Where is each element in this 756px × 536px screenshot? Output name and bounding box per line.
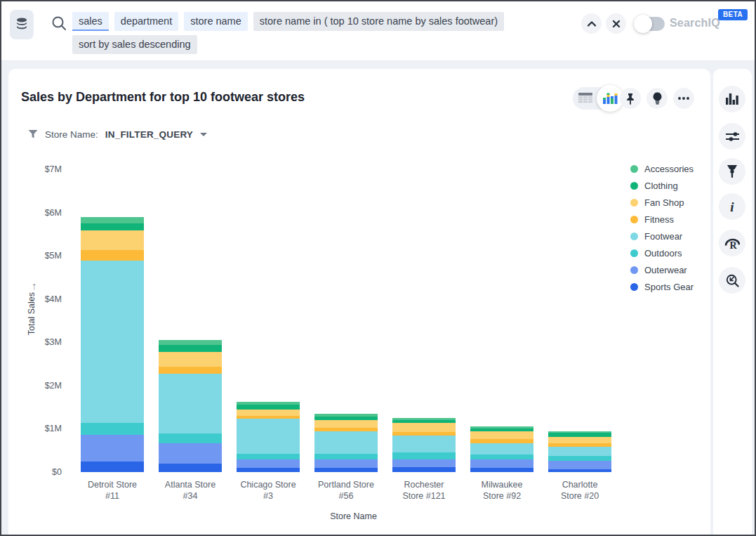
y-tick-label: $6M — [8, 208, 62, 218]
legend-item[interactable]: Sports Gear — [630, 282, 694, 292]
right-toolbar: i R — [713, 69, 752, 535]
bar-segment[interactable] — [81, 217, 144, 223]
collapse-search-button[interactable] — [581, 13, 602, 34]
bar-segment[interactable] — [237, 410, 300, 416]
filter-label: Store Name: — [45, 129, 98, 140]
bar-segment[interactable] — [470, 455, 533, 459]
bar-segment[interactable] — [159, 464, 222, 472]
chart-view-icon — [602, 91, 618, 105]
bar-segment[interactable] — [470, 431, 533, 438]
search-icon — [51, 15, 67, 32]
searchiq-label: SearchIQ — [670, 17, 720, 30]
bar-segment[interactable] — [237, 419, 300, 453]
bar-segment[interactable] — [159, 345, 222, 352]
bar-segment[interactable] — [159, 433, 222, 444]
close-icon — [612, 20, 621, 28]
searchiq-toggle[interactable] — [635, 17, 665, 31]
bar-segment[interactable] — [548, 456, 611, 461]
bar-segment[interactable] — [81, 423, 144, 435]
search-token[interactable]: department — [114, 12, 178, 31]
legend-item[interactable]: Footwear — [630, 232, 694, 241]
y-tick-label: $5M — [8, 251, 62, 261]
chart-styles-button[interactable] — [719, 158, 745, 185]
bar-segment[interactable] — [237, 405, 300, 410]
stacked-bar-7[interactable] — [548, 431, 611, 472]
x-tick-label: MilwaukeeStore #92 — [463, 479, 541, 502]
chevron-up-icon — [587, 19, 597, 29]
bar-segment[interactable] — [314, 468, 378, 472]
bar-segment[interactable] — [548, 437, 611, 444]
bar-segment[interactable] — [392, 452, 456, 459]
bar-segment[interactable] — [159, 367, 222, 374]
stacked-bar-1[interactable] — [81, 217, 144, 472]
legend-item[interactable]: Accessories — [630, 164, 694, 174]
table-view-icon[interactable] — [578, 93, 592, 104]
legend-item[interactable]: Fitness — [630, 215, 694, 224]
bar-segment[interactable] — [314, 420, 378, 428]
bar-segment[interactable] — [159, 340, 222, 345]
chart-type-button[interactable] — [719, 86, 745, 112]
search-token[interactable]: store name in ( top 10 store name by sal… — [253, 12, 504, 31]
bar-segment[interactable] — [392, 467, 456, 472]
pin-button[interactable] — [620, 88, 641, 109]
bar-segment[interactable] — [237, 468, 300, 472]
bar-segment[interactable] — [237, 454, 300, 459]
bar-segment[interactable] — [548, 461, 611, 469]
data-source-button[interactable] — [10, 10, 34, 39]
legend-item[interactable]: Fan Shop — [630, 198, 694, 207]
bar-segment[interactable] — [81, 223, 144, 230]
stacked-bar-2[interactable] — [159, 340, 222, 472]
bar-segment[interactable] — [81, 250, 144, 261]
legend-dot — [630, 216, 638, 223]
bar-segment[interactable] — [159, 443, 222, 463]
clear-search-button[interactable] — [606, 13, 626, 34]
bar-segment[interactable] — [392, 436, 456, 452]
r-analysis-button[interactable]: R — [719, 230, 745, 256]
stacked-bar-6[interactable] — [470, 426, 533, 472]
legend-item[interactable]: Clothing — [630, 181, 694, 190]
legend-dot — [630, 266, 638, 274]
bar-segment[interactable] — [470, 439, 533, 444]
explore-button[interactable] — [719, 267, 745, 294]
stacked-bar-3[interactable] — [237, 402, 300, 472]
search-token[interactable]: store name — [184, 12, 248, 31]
search-token[interactable]: sort by sales descending — [72, 35, 197, 54]
bar-segment[interactable] — [314, 454, 378, 460]
bar-segment[interactable] — [470, 443, 533, 454]
bar-segment[interactable] — [237, 459, 300, 469]
bar-segment[interactable] — [314, 459, 378, 468]
bar-segment[interactable] — [470, 459, 533, 468]
more-options-button[interactable] — [673, 88, 694, 109]
bar-segment[interactable] — [548, 469, 611, 472]
search-input[interactable]: salesdepartmentstore namestore name in (… — [72, 12, 564, 58]
insights-button[interactable] — [646, 88, 668, 109]
bar-segment[interactable] — [392, 423, 456, 431]
bar-segment[interactable] — [81, 230, 144, 250]
bar-segment[interactable] — [314, 431, 378, 454]
bar-segment[interactable] — [81, 261, 144, 423]
bar-segment[interactable] — [81, 435, 144, 462]
stacked-bar-4[interactable] — [314, 414, 378, 472]
answer-title: Sales by Department for top 10 footwear … — [21, 90, 305, 105]
x-axis-title: Store Name — [81, 511, 626, 521]
bar-segment[interactable] — [548, 447, 611, 457]
legend-label: Sports Gear — [644, 282, 694, 292]
legend-item[interactable]: Outdoors — [630, 249, 694, 258]
info-button[interactable]: i — [719, 193, 745, 220]
info-icon: i — [730, 200, 734, 214]
chart-config-button[interactable] — [719, 123, 745, 150]
search-token[interactable]: sales — [72, 12, 109, 31]
y-tick-label: $3M — [8, 337, 62, 347]
bar-segment[interactable] — [159, 352, 222, 367]
chevron-down-icon[interactable] — [200, 133, 207, 136]
bar-segment[interactable] — [81, 462, 144, 472]
legend-item[interactable]: Outerwear — [630, 266, 694, 275]
filter-value[interactable]: IN_FILTER_QUERY — [105, 129, 193, 140]
beta-badge: BETA — [718, 9, 748, 20]
bar-segment[interactable] — [392, 459, 456, 468]
bar-segment[interactable] — [159, 374, 222, 433]
database-icon — [15, 18, 28, 32]
stacked-bar-5[interactable] — [392, 418, 456, 472]
bar-segment[interactable] — [470, 468, 533, 472]
legend-dot — [630, 249, 638, 257]
